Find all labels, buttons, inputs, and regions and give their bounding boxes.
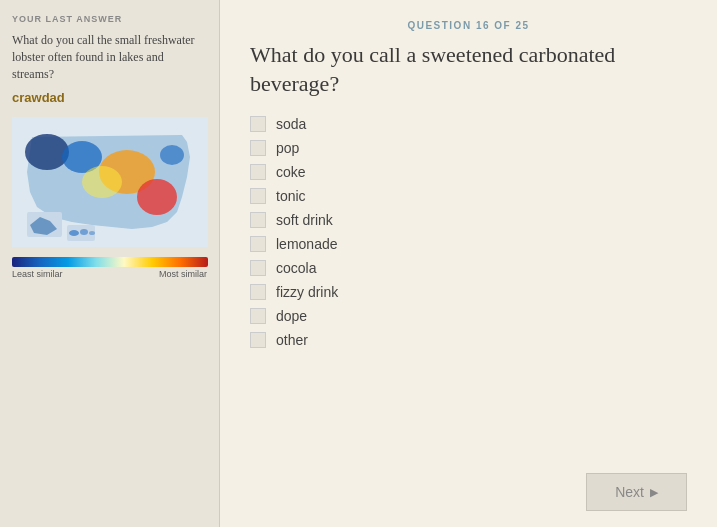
- option-checkbox-6[interactable]: [250, 260, 266, 276]
- svg-point-9: [69, 230, 79, 236]
- legend-labels: Least similar Most similar: [12, 269, 207, 279]
- legend-gradient: [12, 257, 208, 267]
- option-checkbox-3[interactable]: [250, 188, 266, 204]
- svg-point-4: [137, 179, 177, 215]
- options-list: sodapopcoketonicsoft drinklemonadecocola…: [250, 114, 687, 463]
- us-map-container: [12, 117, 208, 247]
- svg-point-10: [80, 229, 88, 235]
- option-item-6[interactable]: cocola: [250, 258, 687, 278]
- question-counter: QUESTION 16 OF 25: [250, 20, 687, 31]
- option-checkbox-8[interactable]: [250, 308, 266, 324]
- option-item-4[interactable]: soft drink: [250, 210, 687, 230]
- option-item-1[interactable]: pop: [250, 138, 687, 158]
- option-item-0[interactable]: soda: [250, 114, 687, 134]
- next-arrow-icon: ▶: [650, 486, 658, 499]
- option-label-1: pop: [276, 140, 299, 156]
- option-label-5: lemonade: [276, 236, 338, 252]
- svg-point-1: [25, 134, 69, 170]
- option-item-7[interactable]: fizzy drink: [250, 282, 687, 302]
- option-checkbox-4[interactable]: [250, 212, 266, 228]
- option-label-3: tonic: [276, 188, 306, 204]
- right-panel: QUESTION 16 OF 25 What do you call a swe…: [220, 0, 717, 527]
- svg-point-6: [160, 145, 184, 165]
- option-checkbox-9[interactable]: [250, 332, 266, 348]
- map-legend: Least similar Most similar: [12, 257, 207, 279]
- option-checkbox-5[interactable]: [250, 236, 266, 252]
- last-answer-section-label: YOUR LAST ANSWER: [12, 14, 207, 24]
- option-label-4: soft drink: [276, 212, 333, 228]
- legend-least-label: Least similar: [12, 269, 63, 279]
- option-checkbox-0[interactable]: [250, 116, 266, 132]
- svg-point-11: [89, 231, 95, 235]
- option-label-2: coke: [276, 164, 306, 180]
- next-button[interactable]: Next ▶: [586, 473, 687, 511]
- option-checkbox-1[interactable]: [250, 140, 266, 156]
- bottom-bar: Next ▶: [250, 473, 687, 511]
- option-label-6: cocola: [276, 260, 316, 276]
- option-label-7: fizzy drink: [276, 284, 338, 300]
- option-label-8: dope: [276, 308, 307, 324]
- option-item-3[interactable]: tonic: [250, 186, 687, 206]
- option-item-9[interactable]: other: [250, 330, 687, 350]
- option-item-2[interactable]: coke: [250, 162, 687, 182]
- next-button-label: Next: [615, 484, 644, 500]
- last-answer-value: crawdad: [12, 90, 207, 105]
- svg-point-5: [82, 166, 122, 198]
- option-checkbox-2[interactable]: [250, 164, 266, 180]
- option-item-5[interactable]: lemonade: [250, 234, 687, 254]
- option-label-0: soda: [276, 116, 306, 132]
- question-text: What do you call a sweetened carbonated …: [250, 41, 687, 98]
- left-panel: YOUR LAST ANSWER What do you call the sm…: [0, 0, 220, 527]
- option-checkbox-7[interactable]: [250, 284, 266, 300]
- legend-most-label: Most similar: [159, 269, 207, 279]
- option-item-8[interactable]: dope: [250, 306, 687, 326]
- us-heatmap: [12, 117, 208, 247]
- last-answer-question: What do you call the small freshwater lo…: [12, 32, 207, 82]
- option-label-9: other: [276, 332, 308, 348]
